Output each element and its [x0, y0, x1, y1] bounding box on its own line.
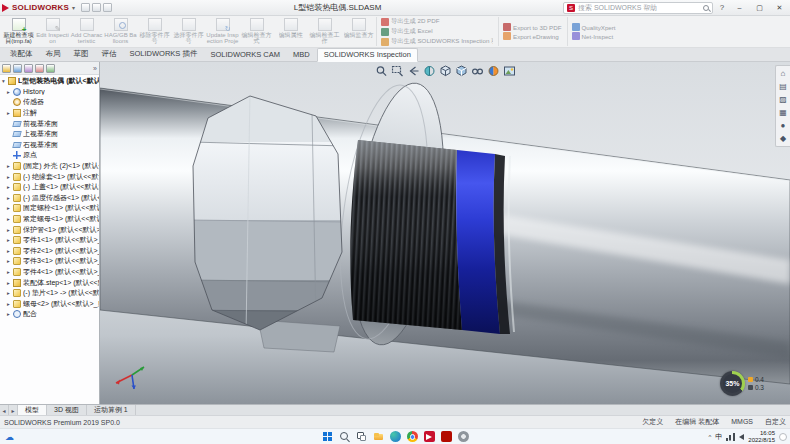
tree-item-5[interactable]: 右视基准面	[1, 140, 99, 151]
expander-icon[interactable]: ▸	[6, 237, 11, 243]
model-tab-1[interactable]: 3D 视图	[47, 405, 87, 415]
ribbon-button-new-inspection[interactable]: 新建检查项目(tmp.fa)	[2, 17, 35, 46]
ribbon-button-edit-monitor[interactable]: 编辑监查方	[342, 17, 375, 46]
expander-icon[interactable]: ▸	[6, 89, 11, 95]
expander-icon[interactable]: ▸	[6, 174, 11, 180]
ribbon-button-swi[interactable]: 导出生成 SOLIDWORKS Inspection 项目	[381, 37, 493, 46]
tree-item-1[interactable]: 传感器	[1, 97, 99, 108]
expander-icon[interactable]: ▸	[6, 269, 11, 275]
view-palette-icon[interactable]: ▦	[779, 108, 787, 117]
ribbon-button-balloons[interactable]: HAG/GB Balloons	[104, 17, 137, 46]
ribbon-button-quality[interactable]: QualityXpert	[572, 23, 616, 31]
expander-icon[interactable]: ▸	[6, 258, 11, 264]
ribbon-tab-7[interactable]: SOLIDWORKS Inspection	[317, 48, 418, 62]
zoom-area-icon[interactable]	[391, 64, 404, 77]
expander-icon[interactable]: ▸	[6, 280, 11, 286]
clock[interactable]: 16:05 2022/8/15	[748, 430, 775, 443]
propertymanager-icon[interactable]	[13, 64, 22, 73]
ribbon-button-excel[interactable]: 导出生成 Excel	[381, 27, 493, 36]
expander-icon[interactable]: ▸	[6, 163, 11, 169]
custom-properties-icon[interactable]: ◆	[780, 134, 786, 143]
scene-icon[interactable]	[503, 64, 516, 77]
displaymanager-icon[interactable]	[46, 64, 55, 73]
tree-item-17[interactable]: ▸零件4<1> (默认<<默认>_显示状态	[1, 267, 99, 278]
graphics-area[interactable]: ⌂▤▨▦●◆ 35% 0.40.3	[100, 62, 790, 404]
display-style-icon[interactable]	[455, 64, 468, 77]
expander-icon[interactable]: ▸	[6, 248, 11, 254]
ribbon-tab-6[interactable]: MBD	[287, 49, 316, 61]
save-file-icon[interactable]	[103, 3, 112, 12]
notifications-icon[interactable]	[779, 433, 787, 441]
file-explorer-icon[interactable]	[373, 431, 384, 442]
model-render[interactable]	[100, 62, 790, 404]
tree-item-21[interactable]: ▸配合	[1, 309, 99, 320]
edit-appearance-icon[interactable]	[487, 64, 500, 77]
search-icon[interactable]	[339, 431, 350, 442]
search-icon[interactable]	[703, 5, 709, 11]
expander-icon[interactable]: ▸	[6, 227, 11, 233]
tree-item-16[interactable]: ▸零件3<1> (默认<<默认>_显示状态	[1, 256, 99, 267]
ribbon-button-edit-tools[interactable]: 编辑检查工作	[308, 17, 341, 46]
menu-caret-icon[interactable]: ▾	[72, 4, 75, 11]
edge-icon[interactable]	[390, 431, 401, 442]
expander-icon[interactable]: ▾	[1, 78, 6, 84]
ribbon-tab-5[interactable]: SOLIDWORKS CAM	[204, 49, 286, 61]
tree-item-8[interactable]: ▸(-) 绝缘套<1> (默认<<默认>_显示状	[1, 171, 99, 182]
tree-item-3[interactable]: 前视基准面	[1, 118, 99, 129]
task-view-icon[interactable]	[356, 431, 367, 442]
tree-item-19[interactable]: ▸(-) 垫片<1> -> (默认<<默认>_显示	[1, 288, 99, 299]
open-file-icon[interactable]	[92, 3, 101, 12]
new-file-icon[interactable]	[81, 3, 90, 12]
file-explorer-icon[interactable]: ▨	[779, 95, 787, 104]
expander-icon[interactable]: ▸	[6, 110, 11, 116]
tray-expand-icon[interactable]: ^	[708, 434, 711, 440]
search-box[interactable]: S	[563, 2, 713, 14]
ribbon-tab-1[interactable]: 布局	[40, 48, 67, 61]
search-input[interactable]	[578, 4, 700, 11]
tree-item-18[interactable]: ▸装配体.step<1> (默认<<默认>_显示	[1, 277, 99, 288]
dimxpertmanager-icon[interactable]	[35, 64, 44, 73]
tree-item-11[interactable]: ▸固定螺栓<1> (默认<<默认>_显示状	[1, 203, 99, 214]
expander-icon[interactable]: ▸	[6, 290, 11, 296]
hide-show-icon[interactable]	[471, 64, 484, 77]
configurationmanager-icon[interactable]	[24, 64, 33, 73]
widgets-icon[interactable]: ☁	[5, 432, 14, 442]
ribbon-button-pdf3d[interactable]: Export to 3D PDF	[503, 23, 562, 31]
flyout-icon[interactable]: »	[93, 65, 97, 72]
model-tab-2[interactable]: 运动算例 1	[87, 405, 136, 415]
ribbon-tab-0[interactable]: 装配体	[4, 48, 39, 61]
ribbon-tab-3[interactable]: 评估	[96, 48, 123, 61]
view-orientation-icon[interactable]	[439, 64, 452, 77]
design-library-icon[interactable]: ▤	[779, 82, 787, 91]
tree-item-15[interactable]: ▸零件2<1> (默认<<默认>_显示状态	[1, 246, 99, 257]
ribbon-button-edit-method[interactable]: 编辑检查方式	[240, 17, 273, 46]
tree-item-2[interactable]: ▸注解	[1, 108, 99, 119]
model-tab-0[interactable]: 模型	[18, 405, 47, 415]
previous-view-icon[interactable]	[407, 64, 420, 77]
pdf-icon[interactable]	[441, 431, 452, 442]
close-button[interactable]: ✕	[771, 1, 788, 15]
tree-item-4[interactable]: 上视基准面	[1, 129, 99, 140]
tree-item-10[interactable]: ▸(-) 温度传感器<1> (默认<<默认>_显	[1, 193, 99, 204]
model-tab-nav-icon-1[interactable]: ▸	[9, 405, 18, 415]
volume-icon[interactable]	[739, 434, 744, 440]
featuremanager-icon[interactable]	[2, 64, 11, 73]
ribbon-button-edrw[interactable]: Export eDrawing	[503, 32, 562, 40]
model-tab-nav-icon-0[interactable]: ◂	[0, 405, 9, 415]
help-button[interactable]: ?	[716, 3, 728, 12]
network-icon[interactable]	[726, 433, 735, 441]
expander-icon[interactable]: ▸	[6, 184, 11, 190]
blue-ring[interactable]	[456, 150, 500, 334]
tree-item-20[interactable]: ▸螺母<2> (默认<<默认>_显示状态	[1, 298, 99, 309]
section-view-icon[interactable]	[423, 64, 436, 77]
tree-item-12[interactable]: ▸紧定螺母<1> (默认<<默认>_显示状	[1, 214, 99, 225]
tree-item-13[interactable]: ▸保护管<1> (默认<<默认>_显示状态	[1, 224, 99, 235]
tree-item-9[interactable]: ▸(-) 上盖<1> (默认<<默认>_显示状态	[1, 182, 99, 193]
tree-item-7[interactable]: ▸(固定) 外壳 (2)<1> (默认<<默认>_显示状	[1, 161, 99, 172]
ribbon-tab-2[interactable]: 草图	[68, 48, 95, 61]
ribbon-button-add-characteristic[interactable]: Add Characteristic	[70, 17, 103, 46]
expander-icon[interactable]: ▸	[6, 195, 11, 201]
settings-icon[interactable]	[458, 431, 469, 442]
ribbon-tab-4[interactable]: SOLIDWORKS 插件	[124, 48, 204, 61]
ribbon-button-pick-balloons[interactable]: 选择零件序号	[172, 17, 205, 46]
